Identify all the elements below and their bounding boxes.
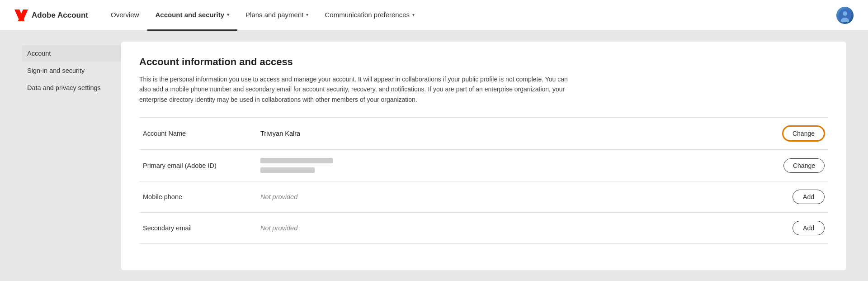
change-account-name-button[interactable]: Change [783,126,825,141]
sidebar-item-account[interactable]: Account [22,45,121,62]
page-description: This is the personal information you use… [139,74,569,105]
nav-item-account-security[interactable]: Account and security ▾ [147,0,238,31]
blurred-email-value [260,158,770,173]
chevron-down-icon: ▾ [412,12,415,17]
field-action-mobile-phone: Add [774,181,828,213]
main-layout: Account Sign-in and security Data and pr… [0,31,868,281]
chevron-down-icon: ▾ [306,12,308,17]
field-value-account-name: Triviyan Kalra [257,118,774,150]
svg-point-1 [843,11,847,16]
change-primary-email-button[interactable]: Change [783,158,825,173]
field-label-mobile-phone: Mobile phone [139,181,257,213]
field-value-secondary-email: Not provided [257,213,774,244]
chevron-down-icon: ▾ [227,12,229,17]
sidebar-item-data-privacy[interactable]: Data and privacy settings [22,80,121,96]
blurred-line-1 [260,158,333,163]
add-mobile-phone-button[interactable]: Add [793,190,825,204]
account-info-table: Account Name Triviyan Kalra Change Prima… [139,117,828,244]
table-row: Secondary email Not provided Add [139,213,828,244]
brand-name: Adobe Account [32,11,88,20]
table-row: Mobile phone Not provided Add [139,181,828,213]
field-value-primary-email [257,150,774,181]
user-avatar-icon [839,9,851,22]
field-action-secondary-email: Add [774,213,828,244]
page-title: Account information and access [139,56,828,68]
table-row: Primary email (Adobe ID) Change [139,150,828,181]
field-action-primary-email: Change [774,150,828,181]
top-navigation: Adobe Account Overview Account and secur… [0,0,868,31]
nav-item-communication[interactable]: Communication preferences ▾ [316,0,423,31]
sidebar: Account Sign-in and security Data and pr… [22,42,121,270]
adobe-logo-icon [14,10,28,21]
nav-item-overview[interactable]: Overview [103,0,147,31]
field-label-account-name: Account Name [139,118,257,150]
table-row: Account Name Triviyan Kalra Change [139,118,828,150]
nav-item-plans-payment[interactable]: Plans and payment ▾ [237,0,316,31]
field-label-primary-email: Primary email (Adobe ID) [139,150,257,181]
sidebar-item-signin-security[interactable]: Sign-in and security [22,62,121,79]
field-action-account-name: Change [774,118,828,150]
avatar[interactable] [836,7,854,24]
add-secondary-email-button[interactable]: Add [793,221,825,235]
blurred-line-2 [260,167,315,173]
nav-links: Overview Account and security ▾ Plans an… [103,0,836,31]
brand-logo-link[interactable]: Adobe Account [14,10,88,21]
main-content: Account information and access This is t… [121,42,846,270]
avatar-image [836,7,854,24]
field-value-mobile-phone: Not provided [257,181,774,213]
field-label-secondary-email: Secondary email [139,213,257,244]
